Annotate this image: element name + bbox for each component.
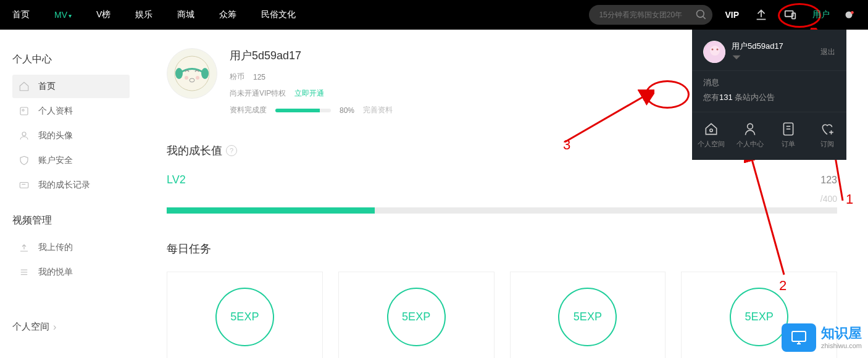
watermark-url: zhishiwu.com xyxy=(821,342,862,350)
house-icon xyxy=(703,121,719,137)
nav-vbang[interactable]: V榜 xyxy=(96,9,111,20)
svg-point-18 xyxy=(185,76,188,80)
msg-title: 消息 xyxy=(703,77,835,88)
svg-point-21 xyxy=(710,46,720,56)
search-input[interactable] xyxy=(599,10,695,19)
sidebar-item-label: 我上传的 xyxy=(38,242,73,253)
task-card[interactable]: 5EXP xyxy=(510,272,666,358)
sidebar-item-label: 账户安全 xyxy=(38,155,73,166)
vip-status: 尚未开通VIP特权 xyxy=(230,88,286,99)
svg-point-23 xyxy=(717,49,719,51)
svg-point-22 xyxy=(712,49,714,51)
sidebar-item-label: 首页 xyxy=(38,81,56,92)
watermark-title: 知识屋 xyxy=(821,325,862,341)
svg-rect-32 xyxy=(792,331,806,341)
sidebar-item-growth[interactable]: 我的成长记录 xyxy=(12,173,130,197)
help-icon[interactable]: ? xyxy=(226,145,237,156)
vip-link[interactable]: VIP xyxy=(725,10,739,20)
user-dropdown: 用户5d59ad17 退出 消息 您有131 条站内公告 个人空间 个人中心 订… xyxy=(692,30,846,160)
completion-bar xyxy=(275,109,331,112)
dropdown-center[interactable]: 个人中心 xyxy=(731,117,770,152)
sidebar-item-label: 我的悦单 xyxy=(38,267,73,278)
svg-point-24 xyxy=(710,129,712,131)
svg-point-8 xyxy=(22,132,26,136)
svg-line-1 xyxy=(703,17,706,19)
topbar: 首页 MV V榜 娱乐 商城 众筹 民俗文化 VIP 用户 xyxy=(0,0,868,30)
exp-badge: 5EXP xyxy=(387,288,446,346)
nav-crowd[interactable]: 众筹 xyxy=(219,9,236,20)
coin-label: 粉币 xyxy=(230,72,244,82)
nav-mv[interactable]: MV xyxy=(54,10,72,20)
dropdown-orders[interactable]: 订单 xyxy=(769,117,808,152)
nav-home[interactable]: 首页 xyxy=(12,9,30,20)
list-icon xyxy=(19,267,30,278)
dropdown-icon-label: 订阅 xyxy=(820,139,834,149)
sidebar-item-label: 个人资料 xyxy=(38,106,73,117)
vip-open-link[interactable]: 立即开通 xyxy=(294,88,324,99)
growth-max: /400 xyxy=(167,194,837,204)
upload-icon xyxy=(19,242,30,253)
document-icon xyxy=(780,121,796,137)
task-card[interactable]: 5EXP xyxy=(338,272,495,358)
svg-point-19 xyxy=(196,76,199,80)
sidebar-item-security[interactable]: 账户安全 xyxy=(12,149,130,172)
home-icon xyxy=(19,81,30,92)
dropdown-avatar[interactable] xyxy=(703,41,725,63)
dropdown-icon-label: 订单 xyxy=(782,139,795,149)
dropdown-username: 用户5d59ad17 xyxy=(732,41,820,52)
upload-icon[interactable] xyxy=(754,8,768,22)
dropdown-icon-label: 个人中心 xyxy=(737,139,764,149)
avatar-cartoon xyxy=(172,53,212,94)
watermark-icon xyxy=(782,323,816,352)
person-icon xyxy=(742,121,758,137)
shield-icon xyxy=(19,155,30,166)
search-box[interactable] xyxy=(589,5,712,25)
svg-point-7 xyxy=(22,109,24,111)
sidebar-section-personal: 个人中心 xyxy=(12,48,130,71)
msg-suffix: 条站内公告 xyxy=(733,93,775,102)
msg-count: 131 xyxy=(719,93,733,102)
devices-icon[interactable] xyxy=(783,8,797,22)
growth-progress xyxy=(167,207,837,214)
sidebar-item-uploads[interactable]: 我上传的 xyxy=(12,236,130,259)
exp-badge: 5EXP xyxy=(730,288,788,346)
nav: 首页 MV V榜 娱乐 商城 众筹 民俗文化 xyxy=(12,9,589,20)
completion-label: 资料完成度 xyxy=(230,105,267,115)
task-card[interactable]: 5EXP xyxy=(167,272,323,358)
sidebar-item-playlist[interactable]: 我的悦单 xyxy=(12,260,130,284)
nav-ent[interactable]: 娱乐 xyxy=(135,9,152,20)
logout-link[interactable]: 退出 xyxy=(820,47,835,57)
nav-culture[interactable]: 民俗文化 xyxy=(261,9,296,20)
record-icon[interactable] xyxy=(842,8,856,22)
task-grid: 5EXP 5EXP 5EXP 5EXP xyxy=(167,272,837,358)
sidebar-item-profile[interactable]: 个人资料 xyxy=(12,99,130,123)
watermark: 知识屋 zhishiwu.com xyxy=(782,323,862,352)
msg-prefix: 您有 xyxy=(703,93,719,102)
sidebar-item-avatar[interactable]: 我的头像 xyxy=(12,124,130,148)
growth-level: LV2 xyxy=(167,173,186,186)
nav-shop[interactable]: 商城 xyxy=(177,9,194,20)
tasks-title: 每日任务 xyxy=(167,241,837,256)
sidebar-item-home[interactable]: 首页 xyxy=(12,75,130,98)
sidebar: 个人中心 首页 个人资料 我的头像 账户安全 我的成长记录 视频管理 我上传的 xyxy=(0,30,130,358)
svg-point-0 xyxy=(697,10,704,18)
svg-rect-9 xyxy=(20,183,28,188)
coin-value: 125 xyxy=(253,73,265,81)
sidebar-space-link[interactable]: 个人空间 xyxy=(12,315,130,339)
heart-plus-icon xyxy=(819,121,835,137)
profile-icon xyxy=(19,106,30,117)
dropdown-icon-label: 个人空间 xyxy=(698,139,725,149)
complete-profile-link[interactable]: 完善资料 xyxy=(363,105,393,115)
user-menu-trigger[interactable]: 用户 xyxy=(812,9,830,20)
svg-point-5 xyxy=(851,11,854,14)
record-icon xyxy=(19,180,30,191)
svg-rect-6 xyxy=(20,107,28,115)
completion-pct: 80% xyxy=(340,106,354,115)
dropdown-messages[interactable]: 消息 您有131 条站内公告 xyxy=(692,70,846,112)
user-avatar[interactable] xyxy=(167,48,217,99)
diamond-icon xyxy=(732,54,741,60)
dropdown-space[interactable]: 个人空间 xyxy=(692,117,731,152)
dropdown-subscribe[interactable]: 订阅 xyxy=(808,117,847,152)
sidebar-item-label: 我的头像 xyxy=(38,130,73,141)
search-icon[interactable] xyxy=(695,9,707,21)
